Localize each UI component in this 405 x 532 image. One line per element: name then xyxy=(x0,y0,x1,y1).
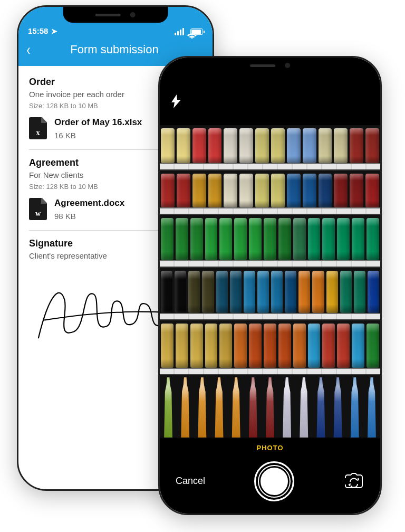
product-can xyxy=(293,218,306,260)
product-can xyxy=(239,128,253,163)
product-bottle xyxy=(331,377,345,438)
product-can xyxy=(340,271,352,313)
product-can xyxy=(188,271,200,313)
product-bottle xyxy=(229,377,244,438)
battery-icon xyxy=(190,28,203,35)
product-can xyxy=(319,174,332,207)
price-rail xyxy=(160,313,380,320)
price-rail xyxy=(160,260,380,268)
store-shelf xyxy=(160,125,380,170)
product-can xyxy=(205,324,218,368)
phone-notch xyxy=(63,7,168,23)
product-can xyxy=(326,271,338,313)
product-can xyxy=(352,218,364,260)
file-docx-icon: w xyxy=(29,198,47,220)
product-can xyxy=(365,174,379,207)
product-bottle xyxy=(246,377,261,438)
location-icon: ➤ xyxy=(51,27,57,35)
product-can xyxy=(230,271,242,313)
product-can xyxy=(161,218,173,260)
file-size: 98 KB xyxy=(54,212,124,221)
product-bottle xyxy=(296,377,311,438)
product-bottle xyxy=(279,377,294,438)
product-can xyxy=(293,324,306,368)
product-can xyxy=(244,271,255,313)
product-can xyxy=(192,174,206,207)
product-can xyxy=(308,324,321,368)
product-can xyxy=(271,128,285,163)
product-can xyxy=(319,128,332,163)
page-title: Form submission xyxy=(24,43,205,56)
product-can xyxy=(287,174,301,207)
product-can xyxy=(190,324,203,368)
file-name: Order of May 16.xlsx xyxy=(54,117,142,128)
status-time: 15:58 xyxy=(28,26,48,35)
phone-notch xyxy=(210,58,330,73)
product-bottle xyxy=(313,377,328,438)
product-can xyxy=(176,324,188,368)
flash-icon[interactable] xyxy=(171,94,181,111)
product-can xyxy=(264,218,276,260)
product-can xyxy=(177,128,190,163)
product-bottle xyxy=(178,377,192,438)
product-bottle xyxy=(195,377,209,438)
product-can xyxy=(234,218,247,260)
product-can xyxy=(255,174,269,207)
product-can xyxy=(208,174,222,207)
product-can xyxy=(264,324,276,368)
store-shelf xyxy=(160,268,380,320)
product-can xyxy=(365,128,379,163)
store-shelf xyxy=(160,320,380,375)
product-can xyxy=(354,271,365,313)
file-size: 16 KB xyxy=(54,131,142,140)
product-can xyxy=(161,324,173,368)
product-bottle xyxy=(348,377,362,438)
store-shelf xyxy=(160,215,380,268)
product-can xyxy=(285,271,296,313)
product-bottle xyxy=(263,377,277,438)
product-can xyxy=(334,174,348,207)
product-can xyxy=(224,128,237,163)
product-can xyxy=(205,218,218,260)
product-can xyxy=(334,128,348,163)
product-can xyxy=(278,324,291,368)
product-can xyxy=(175,271,186,313)
back-icon[interactable]: ‹ xyxy=(27,42,31,58)
product-can xyxy=(239,174,253,207)
product-can xyxy=(352,324,364,368)
product-can xyxy=(255,128,269,163)
product-can xyxy=(234,324,247,368)
product-bottle xyxy=(161,377,176,438)
product-can xyxy=(224,174,237,207)
product-can xyxy=(337,324,350,368)
switch-camera-icon[interactable] xyxy=(343,473,364,490)
store-shelf xyxy=(160,170,380,215)
cancel-button[interactable]: Cancel xyxy=(176,476,205,487)
product-can xyxy=(161,174,175,207)
product-can xyxy=(271,174,285,207)
shutter-button[interactable] xyxy=(254,461,294,501)
product-can xyxy=(219,324,232,368)
product-can xyxy=(367,324,379,368)
product-can xyxy=(202,271,214,313)
phone-camera: PHOTO Cancel xyxy=(158,56,382,515)
product-bottle xyxy=(211,377,226,438)
store-shelf-bottles xyxy=(160,375,380,438)
product-can xyxy=(322,324,335,368)
product-can xyxy=(249,324,262,368)
product-can xyxy=(308,218,321,260)
product-can xyxy=(257,271,269,313)
file-name: Agreement.docx xyxy=(54,198,124,208)
product-can xyxy=(303,128,316,163)
product-can xyxy=(287,128,301,163)
price-rail xyxy=(160,368,380,375)
product-can xyxy=(192,128,206,163)
camera-viewfinder[interactable] xyxy=(160,125,380,438)
product-can xyxy=(177,174,190,207)
product-can xyxy=(176,218,188,260)
product-can xyxy=(190,218,203,260)
product-can xyxy=(312,271,324,313)
product-can xyxy=(298,271,310,313)
camera-bottom-bar: PHOTO Cancel xyxy=(160,438,380,515)
product-can xyxy=(337,218,350,260)
